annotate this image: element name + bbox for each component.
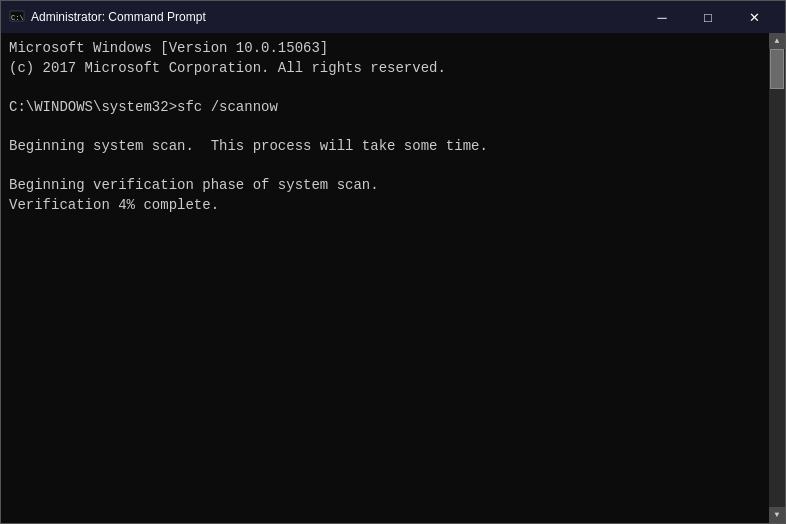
console-line <box>9 117 777 137</box>
console-line: Beginning verification phase of system s… <box>9 176 777 196</box>
window-title: Administrator: Command Prompt <box>31 10 206 24</box>
title-bar: C:\ Administrator: Command Prompt ─ □ ✕ <box>1 1 785 33</box>
scroll-down-button[interactable]: ▼ <box>769 507 785 523</box>
title-bar-controls: ─ □ ✕ <box>639 1 777 33</box>
scrollbar-thumb[interactable] <box>770 49 784 89</box>
svg-text:C:\: C:\ <box>11 14 24 22</box>
scrollbar-track[interactable] <box>769 49 785 507</box>
console-line: Verification 4% complete. <box>9 196 777 216</box>
console-line: Beginning system scan. This process will… <box>9 137 777 157</box>
minimize-button[interactable]: ─ <box>639 1 685 33</box>
console-line: (c) 2017 Microsoft Corporation. All righ… <box>9 59 777 79</box>
command-prompt-window: C:\ Administrator: Command Prompt ─ □ ✕ … <box>0 0 786 524</box>
scrollbar[interactable]: ▲ ▼ <box>769 33 785 523</box>
cmd-icon: C:\ <box>9 9 25 25</box>
console-line <box>9 78 777 98</box>
console-output[interactable]: Microsoft Windows [Version 10.0.15063](c… <box>1 33 785 523</box>
console-lines: Microsoft Windows [Version 10.0.15063](c… <box>9 39 777 215</box>
console-line: C:\WINDOWS\system32>sfc /scannow <box>9 98 777 118</box>
scroll-up-button[interactable]: ▲ <box>769 33 785 49</box>
console-line: Microsoft Windows [Version 10.0.15063] <box>9 39 777 59</box>
close-button[interactable]: ✕ <box>731 1 777 33</box>
maximize-button[interactable]: □ <box>685 1 731 33</box>
console-line <box>9 157 777 177</box>
title-bar-left: C:\ Administrator: Command Prompt <box>9 9 206 25</box>
